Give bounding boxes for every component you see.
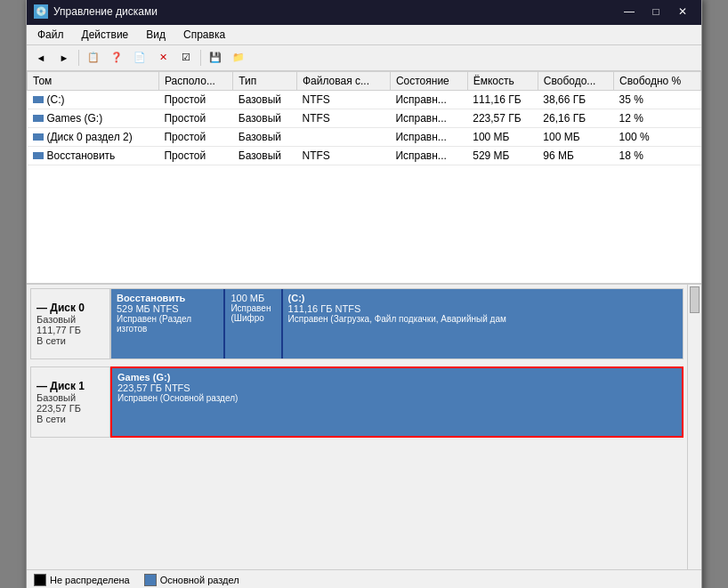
legend-unallocated-icon <box>34 574 46 586</box>
title-bar: 💿 Управление дисками — □ ✕ <box>27 0 701 25</box>
cell-free: 26,16 ГБ <box>538 109 613 127</box>
disk-partitions: Games (G:) 223,57 ГБ NTFS Исправен (Осно… <box>110 366 684 438</box>
col-type[interactable]: Тип <box>233 71 297 90</box>
menu-help[interactable]: Справка <box>176 27 232 43</box>
menu-bar: Файл Действие Вид Справка <box>27 25 701 45</box>
col-volume[interactable]: Том <box>28 71 159 90</box>
cell-type: Базовый <box>233 146 297 165</box>
partition-size: 223,57 ГБ NTFS <box>117 383 676 393</box>
delete-button[interactable]: ✕ <box>152 48 174 68</box>
disk-name: — Диск 0 <box>36 302 104 314</box>
legend-primary-label: Основной раздел <box>160 575 239 585</box>
cell-location: Простой <box>158 90 232 109</box>
cell-name: (C:) <box>28 90 159 109</box>
cell-type: Базовый <box>233 109 297 127</box>
cell-free-pct: 18 % <box>614 146 701 165</box>
cell-status: Исправн... <box>390 90 467 109</box>
partition-block[interactable]: 100 МБ Исправен (Шифро <box>225 289 282 358</box>
disk-size: 111,77 ГБ <box>36 325 104 335</box>
col-status[interactable]: Состояние <box>390 71 467 90</box>
cell-name: Восстановить <box>28 146 159 165</box>
col-free[interactable]: Свободо... <box>538 71 613 90</box>
table-header: Том Располо... Тип Файловая с... Состоян… <box>28 71 701 90</box>
disk-type: Базовый <box>36 314 104 325</box>
menu-view[interactable]: Вид <box>139 27 173 43</box>
cell-capacity: 100 МБ <box>467 127 538 146</box>
cell-type: Базовый <box>233 90 297 109</box>
main-content: Том Располо... Тип Файловая с... Состоян… <box>27 71 701 569</box>
partition-status: Исправен (Основной раздел) <box>117 393 676 403</box>
menu-action[interactable]: Действие <box>75 27 136 43</box>
partition-status: Исправен (Раздел изготов <box>117 314 218 334</box>
window-title: Управление дисками <box>53 5 612 18</box>
partition-size: 529 МБ NTFS <box>117 303 218 314</box>
forward-button[interactable]: ► <box>53 48 75 68</box>
col-location[interactable]: Располо... <box>158 71 232 90</box>
minimize-button[interactable]: — <box>618 4 641 20</box>
check-button[interactable]: ☑ <box>175 48 197 68</box>
cell-fs: NTFS <box>296 109 390 127</box>
partition-status: Исправен (Загрузка, Файл подкачки, Авари… <box>288 314 677 324</box>
disk-status-label: В сети <box>36 414 104 424</box>
partition-name: Восстановить <box>117 293 218 303</box>
disk-row: — Диск 0 Базовый 111,77 ГБ В сети Восста… <box>30 288 684 359</box>
main-window: 💿 Управление дисками — □ ✕ Файл Действие… <box>26 0 702 588</box>
legend-unallocated: Не распределена <box>34 574 130 586</box>
disk-label: — Диск 1 Базовый 223,57 ГБ В сети <box>30 366 110 438</box>
new-button[interactable]: 📄 <box>129 48 150 68</box>
legend-primary-icon <box>144 574 157 586</box>
partition-block[interactable]: Games (G:) 223,57 ГБ NTFS Исправен (Осно… <box>112 368 682 436</box>
table-row[interactable]: (Диск 0 раздел 2) Простой Базовый Исправ… <box>28 127 701 146</box>
cell-capacity: 111,16 ГБ <box>467 90 538 109</box>
disk-table: Том Располо... Тип Файловая с... Состоян… <box>27 71 701 285</box>
status-bar: Не распределена Основной раздел <box>27 569 701 589</box>
partition-name: Games (G:) <box>117 372 676 383</box>
cell-name: Games (G:) <box>28 109 159 127</box>
menu-file[interactable]: Файл <box>30 27 71 43</box>
partition-name: (C:) <box>288 293 677 303</box>
back-button[interactable]: ◄ <box>30 48 52 68</box>
help-button[interactable]: ❓ <box>106 48 127 68</box>
open-button[interactable]: 📁 <box>228 48 249 68</box>
disk-visual-area: — Диск 0 Базовый 111,77 ГБ В сети Восста… <box>27 285 687 569</box>
table-row[interactable]: (C:) Простой Базовый NTFS Исправн... 111… <box>28 90 701 109</box>
toolbar-separator-1 <box>78 50 79 66</box>
cell-location: Простой <box>158 127 232 146</box>
partition-size: 100 МБ <box>231 293 275 303</box>
properties-button[interactable]: 📋 <box>83 48 104 68</box>
cell-location: Простой <box>158 109 232 127</box>
cell-location: Простой <box>158 146 232 165</box>
disk-partitions: Восстановить 529 МБ NTFS Исправен (Разде… <box>110 288 684 359</box>
toolbar-separator-2 <box>200 50 201 66</box>
cell-status: Исправн... <box>390 127 467 146</box>
cell-capacity: 529 МБ <box>467 146 538 165</box>
cell-free: 100 МБ <box>538 127 613 146</box>
cell-status: Исправн... <box>390 146 467 165</box>
close-button[interactable]: ✕ <box>671 4 694 20</box>
partition-size: 111,16 ГБ NTFS <box>288 303 677 314</box>
disk-label: — Диск 0 Базовый 111,77 ГБ В сети <box>30 288 110 359</box>
save-button[interactable]: 💾 <box>205 48 226 68</box>
partition-block[interactable]: (C:) 111,16 ГБ NTFS Исправен (Загрузка, … <box>283 289 683 358</box>
maximize-button[interactable]: □ <box>644 4 667 20</box>
partition-block[interactable]: Восстановить 529 МБ NTFS Исправен (Разде… <box>111 289 225 358</box>
scrollbar[interactable] <box>687 285 701 569</box>
table-row[interactable]: Восстановить Простой Базовый NTFS Исправ… <box>28 146 701 165</box>
cell-free: 38,66 ГБ <box>538 90 613 109</box>
table-row[interactable]: Games (G:) Простой Базовый NTFS Исправн.… <box>28 109 701 127</box>
col-free-pct[interactable]: Свободно % <box>614 71 701 90</box>
cell-free-pct: 100 % <box>614 127 701 146</box>
table-body: (C:) Простой Базовый NTFS Исправн... 111… <box>28 90 701 165</box>
cell-name: (Диск 0 раздел 2) <box>28 127 159 146</box>
disk-type: Базовый <box>36 392 104 403</box>
disk-size: 223,57 ГБ <box>36 403 104 414</box>
cell-fs <box>296 127 390 146</box>
cell-fs: NTFS <box>296 90 390 109</box>
partition-status: Исправен (Шифро <box>231 303 275 323</box>
col-capacity[interactable]: Ёмкость <box>467 71 538 90</box>
disk-name: — Диск 1 <box>36 380 104 392</box>
disk-visual-container: — Диск 0 Базовый 111,77 ГБ В сети Восста… <box>27 285 701 569</box>
disk-status-label: В сети <box>36 335 104 346</box>
col-fs[interactable]: Файловая с... <box>296 71 390 90</box>
cell-capacity: 223,57 ГБ <box>467 109 538 127</box>
